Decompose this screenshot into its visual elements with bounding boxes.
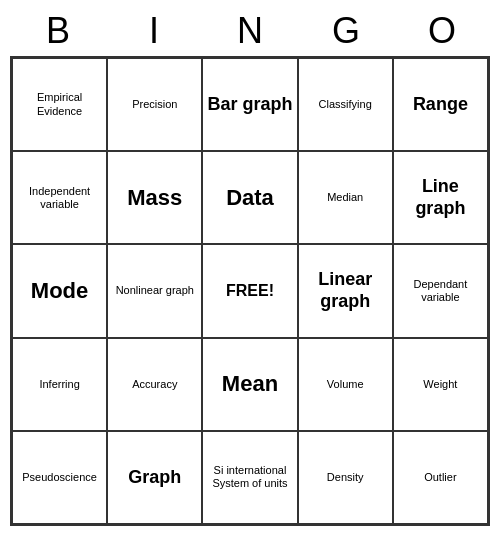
bingo-cell: Empirical Evidence	[12, 58, 107, 151]
bingo-cell: Mean	[202, 338, 297, 431]
bingo-cell: Accuracy	[107, 338, 202, 431]
bingo-cell: Nonlinear graph	[107, 244, 202, 337]
bingo-cell: Independent variable	[12, 151, 107, 244]
bingo-cell: Outlier	[393, 431, 488, 524]
bingo-cell: Dependant variable	[393, 244, 488, 337]
bingo-cell: Density	[298, 431, 393, 524]
bingo-cell: Mode	[12, 244, 107, 337]
bingo-cell: Line graph	[393, 151, 488, 244]
bingo-title: B I N G O	[10, 10, 490, 52]
letter-g: G	[302, 10, 390, 52]
bingo-cell: Pseudoscience	[12, 431, 107, 524]
letter-i: I	[110, 10, 198, 52]
bingo-cell: Data	[202, 151, 297, 244]
bingo-cell: Bar graph	[202, 58, 297, 151]
bingo-cell: Graph	[107, 431, 202, 524]
bingo-cell: Si international System of units	[202, 431, 297, 524]
bingo-cell: Classifying	[298, 58, 393, 151]
bingo-cell: Volume	[298, 338, 393, 431]
letter-b: B	[14, 10, 102, 52]
bingo-cell: Linear graph	[298, 244, 393, 337]
bingo-cell: Median	[298, 151, 393, 244]
letter-n: N	[206, 10, 294, 52]
letter-o: O	[398, 10, 486, 52]
bingo-grid: Empirical EvidencePrecisionBar graphClas…	[10, 56, 490, 526]
bingo-cell: Weight	[393, 338, 488, 431]
bingo-cell: Inferring	[12, 338, 107, 431]
bingo-cell: Range	[393, 58, 488, 151]
bingo-cell: Mass	[107, 151, 202, 244]
bingo-cell: Precision	[107, 58, 202, 151]
bingo-cell: FREE!	[202, 244, 297, 337]
